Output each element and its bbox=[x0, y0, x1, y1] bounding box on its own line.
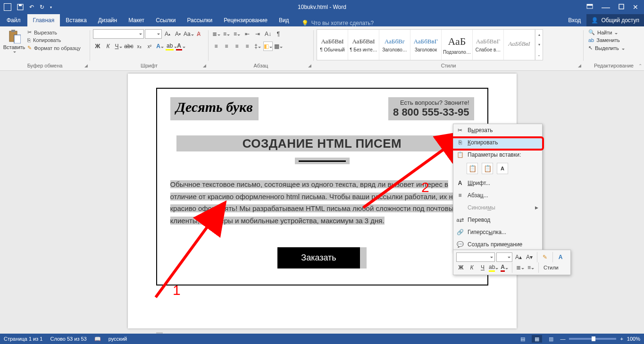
paragraph-dialog-launcher[interactable]: ◢ bbox=[307, 63, 312, 68]
bold-button[interactable]: Ж bbox=[93, 42, 102, 51]
zoom-in-button[interactable]: + bbox=[620, 336, 623, 342]
tab-view[interactable]: Вид bbox=[273, 14, 295, 26]
shading-button[interactable]: ◧ bbox=[263, 42, 273, 51]
mini-bold[interactable]: Ж bbox=[456, 263, 466, 272]
redo-icon[interactable]: ↻ bbox=[40, 4, 44, 10]
decrease-indent-button[interactable]: ⇤ bbox=[243, 29, 252, 39]
mini-font-name[interactable] bbox=[456, 252, 495, 262]
align-center-button[interactable]: ≡ bbox=[222, 42, 231, 51]
paste-button[interactable]: Вставить bbox=[3, 28, 25, 51]
qat-customize-icon[interactable]: ▾ bbox=[50, 5, 52, 9]
style-nospacing[interactable]: АаБбВвІ¶ Без инте… bbox=[348, 30, 379, 60]
mini-highlight[interactable]: ab bbox=[489, 263, 498, 272]
highlight-button[interactable]: ab bbox=[166, 42, 175, 51]
bullets-button[interactable]: ≣ bbox=[211, 29, 221, 39]
line-spacing-button[interactable]: ‡ bbox=[253, 42, 262, 51]
select-button[interactable]: ↖Выделить bbox=[588, 45, 625, 51]
tab-design[interactable]: Дизайн bbox=[92, 14, 123, 26]
tab-review[interactable]: Рецензирование bbox=[218, 14, 273, 26]
status-page[interactable]: Страница 1 из 1 bbox=[4, 336, 42, 342]
maximize-button[interactable] bbox=[619, 4, 624, 11]
align-left-button[interactable]: ≡ bbox=[211, 42, 221, 51]
close-button[interactable]: ✕ bbox=[633, 3, 638, 11]
multilevel-button[interactable]: ≡ bbox=[232, 29, 242, 39]
ctx-hyperlink[interactable]: 🔗Гиперссылка... bbox=[453, 226, 542, 238]
justify-button[interactable]: ≡ bbox=[243, 42, 252, 51]
status-language[interactable]: русский bbox=[109, 336, 127, 342]
status-words[interactable]: Слово 53 из 53 bbox=[50, 336, 86, 342]
strikethrough-button[interactable]: abc bbox=[124, 42, 134, 51]
change-case-button[interactable]: Aa bbox=[184, 29, 193, 39]
style-emphasis[interactable]: АаБбВвI bbox=[504, 30, 535, 60]
superscript-button[interactable]: x² bbox=[145, 42, 154, 51]
mini-underline[interactable]: Ч bbox=[478, 263, 487, 272]
zoom-slider[interactable] bbox=[569, 338, 616, 340]
save-icon[interactable] bbox=[17, 4, 24, 10]
copy-button[interactable]: ⎘Копировать bbox=[27, 37, 81, 43]
minimize-button[interactable]: — bbox=[602, 5, 610, 9]
tab-layout[interactable]: Макет bbox=[123, 14, 150, 26]
view-print-layout[interactable]: ▦ bbox=[532, 335, 542, 343]
grow-font-button[interactable]: A▴ bbox=[163, 29, 172, 39]
cut-button[interactable]: ✂Вырезать bbox=[27, 29, 81, 35]
style-title[interactable]: АаБПодзаголо… bbox=[442, 30, 473, 60]
mini-font-color[interactable]: A bbox=[500, 263, 509, 272]
numbering-button[interactable]: ≡ bbox=[222, 29, 231, 39]
view-web-layout[interactable]: ▥ bbox=[546, 335, 556, 343]
subscript-button[interactable]: x₂ bbox=[134, 42, 144, 51]
tab-references[interactable]: Ссылки bbox=[150, 14, 181, 26]
clipboard-dialog-launcher[interactable]: ◢ bbox=[83, 63, 89, 68]
ctx-synonyms[interactable]: Синонимы▶ bbox=[453, 201, 542, 214]
ribbon-options-icon[interactable] bbox=[586, 4, 593, 11]
mini-font-size[interactable] bbox=[496, 252, 512, 262]
shrink-font-button[interactable]: A▾ bbox=[173, 29, 183, 39]
collapse-ribbon-button[interactable]: ⌃ bbox=[638, 63, 642, 68]
login-link[interactable]: Вход bbox=[562, 17, 586, 24]
tell-me-box[interactable]: 💡 Что вы хотите сделать? bbox=[301, 20, 374, 26]
format-painter-button[interactable]: ✎Формат по образцу bbox=[27, 45, 81, 51]
file-tab[interactable]: Файл bbox=[0, 14, 27, 26]
ctx-paragraph[interactable]: ≡Абзац... bbox=[453, 189, 542, 201]
mini-bullets[interactable]: ≣ bbox=[515, 263, 525, 272]
mini-numbering[interactable]: ≡ bbox=[526, 263, 535, 272]
style-heading[interactable]: АаБбВвГЗаголовок bbox=[410, 30, 442, 60]
style-subtitle[interactable]: АаБбВвГСлабое в… bbox=[473, 30, 504, 60]
paste-merge-icon[interactable]: 📋 bbox=[482, 163, 493, 174]
text-effects-button[interactable]: A bbox=[155, 42, 165, 51]
find-button[interactable]: 🔍Найти bbox=[588, 29, 625, 35]
status-proofing-icon[interactable]: 📖 bbox=[94, 336, 101, 342]
view-read-mode[interactable]: ▤ bbox=[518, 335, 528, 343]
paste-keep-source-icon[interactable]: 📋 bbox=[467, 163, 478, 174]
font-dialog-launcher[interactable]: ◢ bbox=[201, 63, 207, 68]
style-heading1[interactable]: АаБбВгЗаголово… bbox=[379, 30, 410, 60]
styles-gallery[interactable]: АаБбВвІ¶ Обычный АаБбВвІ¶ Без инте… АаБб… bbox=[317, 29, 543, 60]
tab-mailings[interactable]: Рассылки bbox=[181, 14, 218, 26]
styles-dialog-launcher[interactable]: ◢ bbox=[577, 63, 582, 68]
paste-text-only-icon[interactable]: A bbox=[497, 163, 508, 174]
zoom-out-button[interactable]: — bbox=[560, 336, 565, 342]
italic-button[interactable]: К bbox=[103, 42, 113, 51]
mini-shrink-font[interactable]: A▾ bbox=[525, 252, 534, 262]
ctx-copy[interactable]: ⎘Копировать bbox=[453, 136, 542, 149]
borders-button[interactable]: ▦ bbox=[274, 42, 283, 51]
increase-indent-button[interactable]: ⇥ bbox=[253, 29, 262, 39]
clear-formatting-button[interactable]: A̷ bbox=[194, 29, 203, 39]
mini-format-painter[interactable]: ✎ bbox=[540, 252, 550, 262]
show-marks-button[interactable]: ¶ bbox=[274, 29, 283, 39]
share-button[interactable]: 👤 Общий доступ bbox=[586, 14, 644, 26]
ctx-translate[interactable]: a⇄Перевод bbox=[453, 214, 542, 226]
font-size-combo[interactable] bbox=[145, 29, 162, 39]
mini-styles-icon[interactable]: A bbox=[556, 252, 565, 262]
ctx-comment[interactable]: 💬Создать примечание bbox=[453, 238, 542, 251]
zoom-level[interactable]: 100% bbox=[627, 336, 640, 342]
tab-insert[interactable]: Вставка bbox=[60, 14, 92, 26]
styles-more[interactable]: ▴▾⌄ bbox=[535, 30, 543, 60]
underline-button[interactable]: Ч bbox=[114, 42, 123, 51]
mini-grow-font[interactable]: A▴ bbox=[514, 252, 523, 262]
ctx-font[interactable]: AШрифт... bbox=[453, 177, 542, 189]
style-normal[interactable]: АаБбВвІ¶ Обычный bbox=[317, 30, 348, 60]
align-right-button[interactable]: ≡ bbox=[232, 42, 242, 51]
font-color-button[interactable]: A bbox=[176, 42, 185, 51]
font-name-combo[interactable] bbox=[93, 29, 144, 39]
ctx-cut[interactable]: ✂Вырезать bbox=[453, 124, 542, 136]
